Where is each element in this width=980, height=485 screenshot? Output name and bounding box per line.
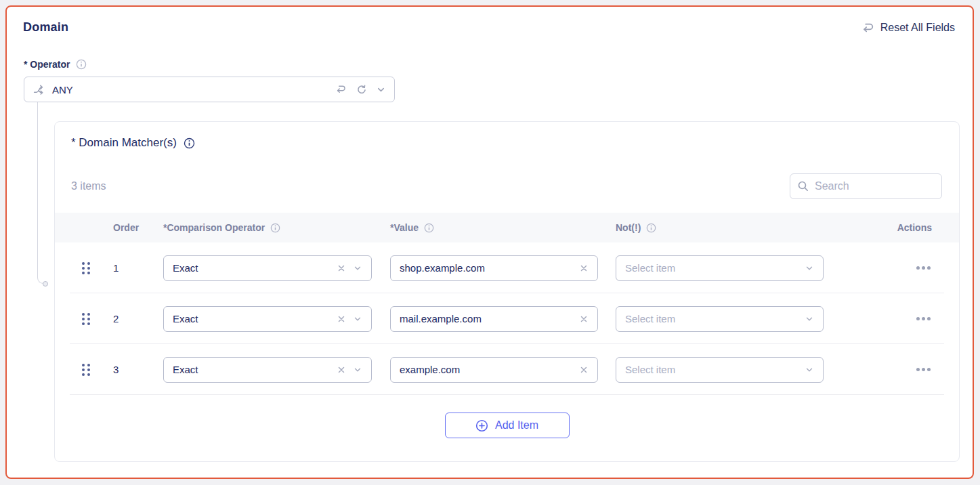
chevron-down-icon[interactable]	[376, 85, 386, 95]
clear-icon[interactable]	[337, 314, 346, 324]
branch-icon	[33, 84, 45, 96]
reset-all-fields-label: Reset All Fields	[880, 22, 955, 34]
row-order: 3	[98, 364, 163, 375]
clear-icon[interactable]	[579, 263, 589, 273]
table-row: 1 Exact Select item	[55, 242, 959, 293]
operator-select[interactable]: ANY	[24, 77, 395, 102]
search-input[interactable]	[815, 180, 935, 192]
matchers-toolbar: 3 items	[55, 173, 959, 199]
search-icon	[797, 180, 809, 192]
row-order: 2	[98, 313, 163, 324]
comparison-operator-select[interactable]: Exact	[163, 357, 372, 383]
row-actions-menu[interactable]	[916, 266, 944, 270]
not-select[interactable]: Select item	[616, 357, 824, 383]
table-row: 3 Exact Select item	[55, 344, 959, 395]
undo-icon	[861, 22, 874, 34]
info-icon[interactable]	[184, 138, 195, 149]
chevron-down-icon[interactable]	[353, 314, 362, 324]
value-input[interactable]	[400, 313, 579, 324]
clear-icon[interactable]	[337, 263, 346, 273]
search-box[interactable]	[790, 173, 942, 199]
tree-connector-dot	[43, 281, 48, 287]
chevron-down-icon[interactable]	[805, 314, 814, 324]
col-not: Not(!)	[616, 222, 841, 233]
not-select[interactable]: Select item	[616, 255, 824, 281]
comparison-operator-select[interactable]: Exact	[163, 255, 372, 281]
info-icon[interactable]	[270, 223, 280, 233]
card-header: Domain Reset All Fields	[23, 20, 955, 35]
items-count: 3 items	[71, 180, 106, 192]
reset-all-fields-button[interactable]: Reset All Fields	[861, 22, 955, 34]
undo-icon[interactable]	[335, 84, 347, 95]
col-actions: Actions	[897, 222, 944, 233]
tree-connector-line	[37, 102, 45, 284]
chevron-down-icon[interactable]	[805, 365, 814, 375]
matchers-title-row: * Domain Matcher(s)	[55, 122, 959, 150]
operator-label-row: * Operator	[24, 59, 87, 70]
circle-plus-icon	[475, 419, 488, 432]
table-row: 2 Exact Select item	[55, 293, 959, 344]
col-comparison: *Comparison Operator	[163, 222, 390, 233]
col-value: *Value	[390, 222, 616, 233]
not-select[interactable]: Select item	[616, 306, 824, 332]
info-icon[interactable]	[646, 223, 656, 233]
chevron-down-icon[interactable]	[353, 365, 362, 375]
domain-card: Domain Reset All Fields * Operator	[5, 5, 974, 479]
domain-matchers-panel: * Domain Matcher(s) 3 items	[54, 121, 960, 462]
page-title: Domain	[23, 20, 68, 35]
chevron-down-icon[interactable]	[805, 263, 814, 273]
add-item-button[interactable]: Add Item	[445, 413, 570, 438]
row-actions-menu[interactable]	[916, 368, 944, 371]
matchers-title: * Domain Matcher(s)	[71, 136, 177, 150]
drag-handle-icon[interactable]	[70, 364, 90, 376]
comparison-operator-select[interactable]: Exact	[163, 306, 372, 332]
info-icon[interactable]	[76, 59, 87, 70]
value-input[interactable]	[400, 262, 579, 274]
table-header: Order *Comparison Operator *Value N	[55, 213, 959, 242]
refresh-icon[interactable]	[356, 84, 367, 96]
value-input-box[interactable]	[390, 357, 598, 383]
drag-handle-icon[interactable]	[70, 262, 90, 274]
chevron-down-icon[interactable]	[353, 263, 362, 273]
clear-icon[interactable]	[579, 365, 589, 375]
row-order: 1	[98, 262, 163, 274]
value-input-box[interactable]	[390, 306, 598, 332]
operator-label: * Operator	[24, 59, 70, 70]
value-input-box[interactable]	[390, 255, 598, 281]
operator-value: ANY	[52, 84, 73, 96]
clear-icon[interactable]	[337, 365, 346, 375]
value-input[interactable]	[400, 364, 579, 375]
row-actions-menu[interactable]	[916, 317, 944, 320]
info-icon[interactable]	[424, 223, 434, 233]
clear-icon[interactable]	[579, 314, 589, 324]
col-order: Order	[98, 222, 163, 233]
add-item-label: Add Item	[495, 419, 538, 431]
drag-handle-icon[interactable]	[70, 313, 90, 325]
